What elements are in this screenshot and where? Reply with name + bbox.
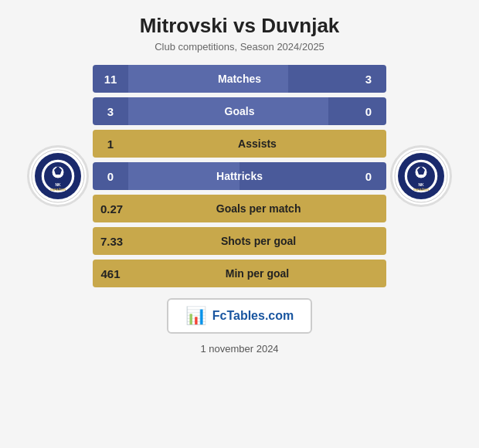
stats-container: 11 Matches 3 3 Goals 0 1 Assists 0: [93, 65, 386, 287]
stat-label: Hattricks: [128, 170, 351, 182]
stat-row: 3 Goals 0: [93, 97, 386, 125]
stat-bar: Goals: [128, 97, 351, 125]
svg-text:VARAŽDIN: VARAŽDIN: [413, 188, 429, 192]
stat-bar: Shots per goal: [131, 227, 386, 255]
stat-left-value: 7.33: [93, 227, 131, 255]
stat-left-value: 0.27: [93, 195, 131, 222]
stat-label: Goals per match: [131, 202, 386, 215]
stat-right-value: 0: [351, 162, 386, 190]
stat-left-value: 461: [93, 260, 128, 287]
stat-left-value: 11: [93, 65, 128, 93]
left-team-logo: NK VARAŽDIN: [27, 145, 89, 207]
stat-row: 1 Assists: [93, 130, 386, 158]
stat-label: Assists: [128, 137, 386, 150]
left-team-badge: NK VARAŽDIN: [23, 145, 93, 207]
stat-left-value: 1: [93, 130, 128, 158]
right-team-logo: NK VARAŽDIN: [390, 145, 452, 207]
stat-right-value: 0: [351, 97, 386, 125]
stat-label: Shots per goal: [131, 235, 386, 247]
stat-bar: Assists: [128, 130, 386, 158]
stat-label: Matches: [128, 73, 351, 85]
stat-row: 0.27 Goals per match: [93, 195, 386, 222]
stat-row: 7.33 Shots per goal: [93, 227, 386, 255]
right-team-badge: NK VARAŽDIN: [386, 145, 456, 207]
fctables-logo: 📊 FcTables.com: [167, 298, 313, 334]
logo-icon: 📊: [185, 306, 206, 326]
stat-row: 11 Matches 3: [93, 65, 386, 93]
page-subtitle: Club competitions, Season 2024/2025: [155, 41, 324, 53]
stat-label: Goals: [128, 105, 351, 117]
stat-right-value: 3: [351, 65, 386, 93]
stat-bar: Hattricks: [128, 162, 351, 190]
stat-row: 461 Min per goal: [93, 260, 386, 287]
svg-text:NK: NK: [55, 182, 61, 187]
main-area: NK VARAŽDIN 11 Matches 3 3 Goals 0 1: [15, 65, 464, 287]
footer-date: 1 november 2024: [200, 343, 278, 355]
stat-bar: Min per goal: [128, 260, 386, 287]
stat-row: 0 Hattricks 0: [93, 162, 386, 190]
stat-label: Min per goal: [128, 267, 386, 280]
stat-bar: Matches: [128, 65, 351, 93]
stat-left-value: 3: [93, 97, 128, 125]
svg-text:VARAŽDIN: VARAŽDIN: [50, 188, 66, 192]
logo-text: FcTables.com: [212, 309, 294, 323]
stat-bar: Goals per match: [131, 195, 386, 222]
stat-left-value: 0: [93, 162, 128, 190]
svg-text:NK: NK: [418, 182, 424, 187]
page-title: Mitrovski vs Duvnjak: [140, 14, 340, 38]
comparison-card: Mitrovski vs Duvnjak Club competitions, …: [0, 0, 479, 448]
